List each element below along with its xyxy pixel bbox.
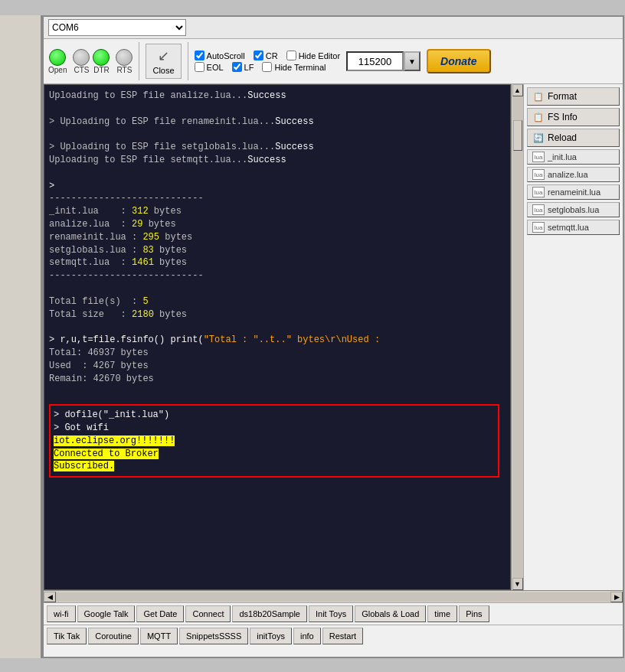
init-toys-button[interactable]: Init Toys [309, 605, 353, 622]
terminal-line: > Got wifi [54, 422, 495, 435]
file-setglobals-lua[interactable]: lua setglobals.lua [527, 202, 620, 217]
eol-checkbox[interactable] [195, 62, 205, 72]
get-date-button[interactable]: Get Date [136, 605, 184, 622]
file-icon: lua [532, 187, 545, 197]
reload-button[interactable]: 🔄 Reload [527, 129, 620, 147]
hide-editor-checkbox[interactable] [286, 51, 296, 60]
format-button[interactable]: 📋 Format [527, 87, 620, 106]
info-button[interactable]: info [293, 628, 321, 644]
terminal-line: setmqtt.lua : 1461 bytes [49, 256, 506, 269]
file-renameinit-lua[interactable]: lua renameinit.lua [527, 184, 620, 200]
scroll-left-button[interactable]: ◀ [44, 592, 56, 602]
file-init-lua[interactable]: lua _init.lua [527, 149, 620, 165]
dtr-button[interactable]: DTR [93, 49, 110, 74]
terminal-line: ---------------------------- [49, 269, 506, 282]
scroll-thumb[interactable] [513, 120, 522, 151]
title-bar-left: COM6 [48, 19, 186, 36]
com-port-select[interactable]: COM6 [48, 19, 186, 36]
terminal-line: > Uploading to ESP file setglobals.lua..… [49, 141, 506, 154]
baud-input[interactable] [346, 51, 404, 71]
terminal-line: Total: 46937 bytes [49, 347, 506, 360]
time-button[interactable]: time [427, 605, 457, 622]
file-name: setglobals.lua [548, 205, 599, 214]
right-panel: 📋 Format 📋 FS Info 🔄 Reload lua _init.lu… [523, 84, 623, 590]
rts-led [116, 49, 133, 66]
cts-label: CTS [74, 66, 89, 74]
hide-terminal-checkbox[interactable] [262, 62, 272, 72]
divider2 [188, 42, 188, 80]
eol-label: EOL [207, 63, 224, 72]
reload-icon: 🔄 [532, 132, 545, 144]
format-label: Format [548, 91, 577, 102]
wifi-button[interactable]: wi-fi [47, 605, 76, 622]
terminal-line: setglobals.lua : 83 bytes [49, 244, 506, 257]
terminal-line: iot.eclipse.org!!!!!!! [54, 435, 495, 448]
open-button[interactable]: Open [48, 49, 67, 74]
scroll-down-button[interactable]: ▼ [512, 578, 523, 590]
terminal-line: Subscribed. [54, 460, 495, 473]
vertical-scrollbar[interactable]: ▲ ▼ [511, 84, 523, 590]
terminal-line: _init.lua : 312 bytes [49, 205, 506, 218]
autoscroll-checkbox[interactable] [195, 51, 205, 60]
terminal-line [49, 167, 506, 180]
file-icon: lua [532, 152, 545, 162]
cr-label: CR [266, 51, 278, 60]
rts-button[interactable]: RTS [116, 49, 133, 74]
file-setmqtt-lua[interactable]: lua setmqtt.lua [527, 220, 620, 235]
file-icon: lua [532, 204, 545, 215]
tiktak-button[interactable]: Tik Tak [47, 628, 87, 644]
divider1 [139, 42, 139, 80]
horizontal-scrollbar[interactable]: ◀ ▶ [44, 590, 623, 602]
toolbar: Open CTS DTR RTS ↙ Close [44, 39, 623, 84]
lf-checkbox[interactable] [232, 62, 242, 72]
terminal-line: analize.lua : 29 bytes [49, 218, 506, 231]
terminal-line: Connected to Broker [54, 448, 495, 461]
lf-label: LF [244, 63, 254, 72]
terminal-line: Total file(s) : 5 [49, 295, 506, 308]
fsinfo-button[interactable]: 📋 FS Info [527, 108, 620, 126]
donate-button[interactable]: Donate [427, 49, 490, 73]
checkboxes-section: AutoScroll CR Hide Editor EOL LF Hide Te… [195, 51, 340, 72]
fsinfo-label: FS Info [548, 112, 578, 122]
hide-terminal-label: Hide Terminal [274, 63, 326, 72]
mqtt-button[interactable]: MQTT [140, 628, 178, 644]
close-button[interactable]: ↙ Close [146, 44, 181, 79]
baud-section: ▼ [346, 51, 420, 71]
globals-load-button[interactable]: Globals & Load [355, 605, 426, 622]
baud-dropdown[interactable]: ▼ [404, 51, 420, 71]
dtr-rts-section: DTR RTS [93, 49, 133, 74]
h-scroll-track[interactable] [56, 592, 610, 602]
ds18b20-button[interactable]: ds18b20Sample [232, 605, 307, 622]
autoscroll-label: AutoScroll [207, 51, 245, 60]
pins-button[interactable]: Pins [459, 605, 489, 622]
terminal-line: > Uploading to ESP file renameinit.lua..… [49, 116, 506, 129]
close-icon: ↙ [158, 47, 169, 64]
close-label: Close [152, 66, 174, 75]
bottom-bar-1: wi-fi Google Talk Get Date Connect ds18b… [44, 602, 623, 625]
scroll-up-button[interactable]: ▲ [512, 84, 523, 96]
bottom-bar-2: Tik Tak Coroutine MQTT SnippetsSSSS init… [44, 625, 623, 647]
open-led [49, 49, 66, 66]
file-icon: lua [532, 169, 545, 180]
terminal-line: > [49, 180, 506, 193]
coroutine-button[interactable]: Coroutine [88, 628, 139, 644]
inittoys-button[interactable]: initToys [250, 628, 292, 644]
connect-button[interactable]: Connect [185, 605, 231, 622]
google-talk-button[interactable]: Google Talk [77, 605, 136, 622]
scroll-right-button[interactable]: ▶ [610, 592, 623, 602]
cr-checkbox[interactable] [254, 51, 263, 60]
file-analize-lua[interactable]: lua analize.lua [527, 167, 620, 182]
snippets-button[interactable]: SnippetsSSSS [179, 628, 248, 644]
file-name: _init.lua [548, 152, 577, 161]
terminal[interactable]: Uploading to ESP file analize.lua...Succ… [44, 84, 511, 590]
content-area: Uploading to ESP file analize.lua...Succ… [44, 84, 623, 590]
autoscroll-row: AutoScroll CR Hide Editor [195, 51, 340, 60]
terminal-line: > dofile("_init.lua") [54, 409, 495, 422]
cts-button[interactable]: CTS [73, 49, 90, 74]
terminal-line: ---------------------------- [49, 192, 506, 205]
cts-led [73, 49, 90, 66]
terminal-line [49, 282, 506, 295]
main-window: COM6 Open CTS DTR RTS [42, 15, 624, 658]
restart-button[interactable]: Restart [322, 628, 363, 644]
scroll-track[interactable] [512, 96, 523, 578]
